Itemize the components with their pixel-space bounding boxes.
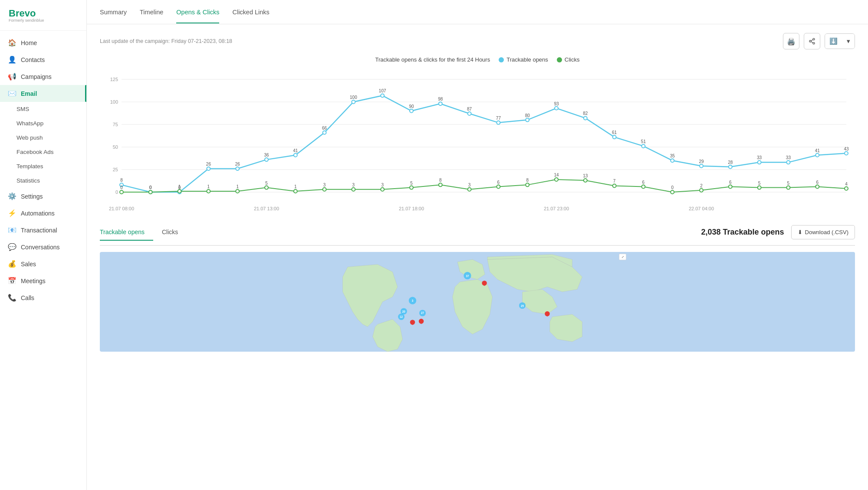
sidebar-item-sales[interactable]: 💰 Sales <box>0 255 86 272</box>
download-csv-label: Download (.CSV) <box>805 229 848 235</box>
sidebar-item-statistics[interactable]: Statistics <box>0 173 86 188</box>
svg-text:93: 93 <box>554 101 559 106</box>
svg-point-103 <box>526 183 529 186</box>
svg-point-49 <box>496 121 500 124</box>
svg-point-29 <box>207 167 210 170</box>
svg-text:6: 6 <box>642 180 645 185</box>
svg-point-105 <box>555 178 558 181</box>
sidebar-item-home[interactable]: 🏠 Home <box>0 34 86 51</box>
svg-text:26: 26 <box>235 162 240 167</box>
automations-icon: ⚡ <box>8 209 16 217</box>
logo-area: Brevo Formerly sendinblue <box>0 0 86 31</box>
svg-point-61 <box>671 159 674 162</box>
sidebar-item-label: Automations <box>21 210 55 217</box>
download-dropdown-part[interactable]: ▾ <box>842 34 855 49</box>
sidebar-item-meetings[interactable]: 📅 Meetings <box>0 272 86 289</box>
svg-text:6: 6 <box>729 180 732 185</box>
sidebar-item-transactional[interactable]: 📧 Transactional <box>0 222 86 238</box>
svg-point-79 <box>178 189 181 193</box>
svg-text:21.07 23:00: 21.07 23:00 <box>544 206 569 211</box>
svg-point-59 <box>641 144 645 148</box>
brand-subtitle: Formerly sendinblue <box>9 18 78 23</box>
svg-text:⤢: ⤢ <box>621 255 624 258</box>
print-button[interactable]: 🖨️ <box>783 33 799 49</box>
download-split-button[interactable]: ⬇️ ▾ <box>825 33 855 49</box>
svg-line-3 <box>811 42 813 43</box>
world-map: 3 27 20 12 37 <box>100 252 855 352</box>
svg-text:125: 125 <box>110 77 118 82</box>
sidebar-item-whatsapp[interactable]: WhatsApp <box>0 116 86 131</box>
home-icon: 🏠 <box>8 39 16 47</box>
svg-point-53 <box>555 107 558 110</box>
nav-section: 🏠 Home 👤 Contacts 📢 Campaigns ✉️ Email S… <box>0 31 86 310</box>
sidebar-item-conversations[interactable]: 💬 Conversations <box>0 238 86 255</box>
svg-text:3: 3 <box>468 183 471 187</box>
sidebar-item-campaigns[interactable]: 📢 Campaigns <box>0 68 86 85</box>
section-tab-trackable-opens[interactable]: Trackable opens <box>100 224 153 241</box>
line-chart: 025507510012521.07 08:0021.07 13:0021.07… <box>100 66 855 214</box>
sidebar-item-calls[interactable]: 📞 Calls <box>0 289 86 306</box>
svg-point-111 <box>641 185 645 189</box>
download-csv-button[interactable]: ⬇ Download (.CSV) <box>791 225 855 239</box>
svg-text:6: 6 <box>816 180 819 185</box>
sidebar-item-facebookads[interactable]: Facebook Ads <box>0 145 86 159</box>
svg-text:3: 3 <box>323 183 326 187</box>
sidebar-item-label: WhatsApp <box>16 120 43 127</box>
tab-opens-clicks[interactable]: Opens & Clicks <box>176 1 219 23</box>
svg-text:0: 0 <box>149 185 152 190</box>
sidebar-item-sms[interactable]: SMS <box>0 102 86 116</box>
svg-point-73 <box>845 152 848 155</box>
sidebar-item-templates[interactable]: Templates <box>0 159 86 173</box>
svg-point-1 <box>809 40 811 42</box>
svg-text:77: 77 <box>496 116 501 121</box>
download-icon-part[interactable]: ⬇️ <box>825 34 842 49</box>
svg-point-97 <box>439 183 442 186</box>
svg-text:25: 25 <box>113 167 118 172</box>
svg-text:5: 5 <box>787 181 790 186</box>
svg-text:1: 1 <box>294 184 297 189</box>
sidebar-item-label: SMS <box>16 106 29 112</box>
svg-text:98: 98 <box>438 97 443 101</box>
svg-text:66: 66 <box>322 126 327 131</box>
svg-point-107 <box>584 179 587 182</box>
svg-text:5: 5 <box>758 181 761 186</box>
sidebar-item-settings[interactable]: ⚙️ Settings <box>0 188 86 205</box>
svg-text:14: 14 <box>554 173 559 177</box>
svg-point-55 <box>584 116 587 120</box>
svg-text:3: 3 <box>381 183 384 187</box>
tab-timeline[interactable]: Timeline <box>140 1 163 23</box>
svg-text:8: 8 <box>526 178 529 183</box>
svg-text:3: 3 <box>412 299 414 302</box>
svg-point-69 <box>786 160 790 164</box>
svg-point-43 <box>410 109 413 113</box>
chart-title-text: Trackable opens & clicks for the first 2… <box>375 56 490 63</box>
share-button[interactable] <box>804 33 820 49</box>
campaigns-icon: 📢 <box>8 72 16 81</box>
svg-point-77 <box>149 190 152 194</box>
sidebar-item-automations[interactable]: ⚡ Automations <box>0 205 86 222</box>
svg-point-119 <box>758 186 761 189</box>
main-content: Summary Timeline Opens & Clicks Clicked … <box>87 0 868 490</box>
svg-text:8: 8 <box>120 178 123 183</box>
svg-text:8: 8 <box>439 178 442 183</box>
svg-text:1: 1 <box>178 184 181 189</box>
section-header: Trackable opens Clicks 2,038 Trackable o… <box>100 224 855 240</box>
svg-text:22.07 04:00: 22.07 04:00 <box>689 206 714 211</box>
map-svg: 3 27 20 12 37 <box>100 252 855 352</box>
tab-clicked-links[interactable]: Clicked Links <box>232 1 269 23</box>
svg-point-89 <box>323 188 326 191</box>
conversations-icon: 💬 <box>8 243 16 251</box>
svg-point-39 <box>352 100 355 104</box>
sidebar-item-email[interactable]: ✉️ Email <box>0 85 86 102</box>
sidebar-item-contacts[interactable]: 👤 Contacts <box>0 51 86 68</box>
svg-text:28: 28 <box>728 160 733 165</box>
section-tab-clicks[interactable]: Clicks <box>162 224 187 241</box>
tab-summary[interactable]: Summary <box>100 1 127 23</box>
svg-point-51 <box>526 118 529 122</box>
svg-point-95 <box>410 186 413 189</box>
svg-point-35 <box>294 154 297 157</box>
sidebar-item-webpush[interactable]: Web push <box>0 131 86 145</box>
svg-point-125 <box>845 187 848 190</box>
svg-text:6: 6 <box>497 180 500 185</box>
svg-point-67 <box>758 160 761 164</box>
